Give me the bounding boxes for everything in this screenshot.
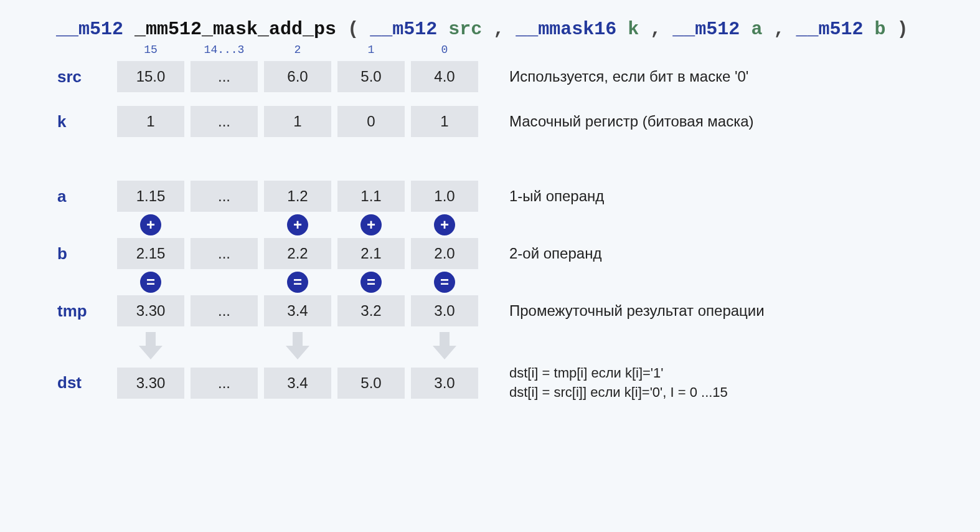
param-name-0: src (448, 19, 482, 40)
param-type-3: __m512 (796, 19, 863, 40)
comma: , (773, 19, 796, 40)
dst-desc-line1: dst[i] = tmp[i] если k[i]='1' (509, 364, 924, 383)
src-cell: 5.0 (337, 61, 405, 92)
param-type-1: __mmask16 (516, 19, 616, 40)
row-label-a: a (56, 187, 111, 206)
src-cell: 15.0 (117, 61, 184, 92)
k-cell: 1 (264, 106, 331, 137)
plus-op: + (411, 212, 478, 238)
function-name: _mm512_mask_add_ps (134, 19, 336, 40)
equal-icon: = (140, 272, 161, 293)
equal-icon: = (434, 272, 455, 293)
tmp-cell: 3.30 (117, 295, 184, 326)
plus-icon: + (434, 214, 455, 235)
plus-op: + (264, 212, 331, 238)
src-cell: 4.0 (411, 61, 478, 92)
k-cell: 0 (337, 106, 405, 137)
b-cell: 2.15 (117, 238, 184, 269)
a-cell: 1.2 (264, 181, 331, 212)
index-0: 0 (411, 44, 478, 61)
a-cell: ... (191, 181, 258, 212)
equal-op: = (411, 269, 478, 295)
dst-cell: ... (191, 368, 258, 399)
k-cell: ... (191, 106, 258, 137)
a-desc: 1-ый операнд (484, 188, 924, 205)
equal-icon: = (360, 272, 382, 293)
plus-icon: + (287, 214, 308, 235)
dst-desc: dst[i] = tmp[i] если k[i]='1' dst[i] = s… (484, 364, 924, 402)
index-14-3: 14...3 (191, 44, 258, 61)
b-cell: 2.1 (337, 238, 405, 269)
dst-cell: 3.0 (411, 368, 478, 399)
tmp-cell: 3.2 (337, 295, 405, 326)
a-cell: 1.15 (117, 181, 184, 212)
b-cell: ... (191, 238, 258, 269)
param-type-2: __m512 (672, 19, 740, 40)
close-paren: ) (897, 19, 908, 40)
equal-op: = (117, 269, 184, 295)
k-desc: Масочный регистр (битовая маска) (484, 113, 924, 130)
tmp-cell: 3.4 (264, 295, 331, 326)
param-type-0: __m512 (370, 19, 437, 40)
dst-cell: 5.0 (337, 368, 405, 399)
a-cell: 1.0 (411, 181, 478, 212)
src-cell: ... (191, 61, 258, 92)
param-name-2: a (751, 19, 762, 40)
down-arrow-icon (117, 326, 184, 364)
b-desc: 2-ой операнд (484, 245, 924, 262)
down-arrow-icon (264, 326, 331, 364)
index-2: 2 (264, 44, 331, 61)
down-arrow-icon (411, 326, 478, 364)
index-15: 15 (117, 44, 184, 61)
row-label-k: k (56, 112, 111, 131)
b-cell: 2.0 (411, 238, 478, 269)
comma: , (493, 19, 516, 40)
dst-cell: 3.30 (117, 368, 184, 399)
plus-op: + (337, 212, 405, 238)
plus-op: + (117, 212, 184, 238)
row-label-src: src (56, 67, 111, 87)
row-label-b: b (56, 244, 111, 264)
src-cell: 6.0 (264, 61, 331, 92)
equal-op: = (337, 269, 405, 295)
dst-cell: 3.4 (264, 368, 331, 399)
param-name-3: b (874, 19, 885, 40)
src-desc: Используется, если бит в маске '0' (484, 68, 924, 85)
open-paren: ( (347, 19, 359, 40)
return-type: __m512 (56, 19, 123, 40)
row-label-tmp: tmp (56, 302, 111, 321)
tmp-desc: Промежуточный результат операции (484, 302, 924, 320)
function-signature: __m512 _mm512_mask_add_ps ( __m512 src ,… (56, 19, 924, 40)
tmp-cell: ... (191, 295, 258, 326)
plus-icon: + (360, 214, 382, 235)
comma: , (650, 19, 672, 40)
param-name-1: k (628, 19, 639, 40)
k-cell: 1 (411, 106, 478, 137)
row-label-dst: dst (56, 373, 111, 392)
diagram-grid: 15 14...3 2 1 0 src 15.0 ... 6.0 5.0 4.0… (56, 44, 924, 402)
plus-icon: + (140, 214, 161, 235)
k-cell: 1 (117, 106, 184, 137)
equal-op: = (264, 269, 331, 295)
b-cell: 2.2 (264, 238, 331, 269)
index-1: 1 (337, 44, 405, 61)
a-cell: 1.1 (337, 181, 405, 212)
tmp-cell: 3.0 (411, 295, 478, 326)
dst-desc-line2: dst[i] = src[i]] если k[i]='0', I = 0 ..… (509, 383, 924, 402)
equal-icon: = (287, 272, 308, 293)
